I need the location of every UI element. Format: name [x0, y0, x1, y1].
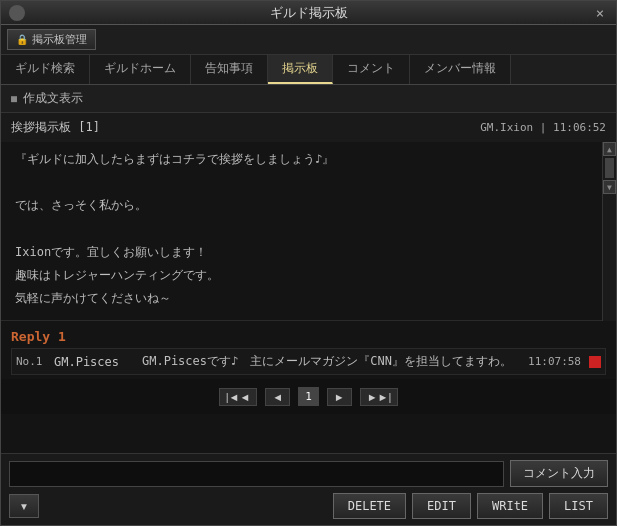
post-line-blank2	[15, 220, 584, 239]
manage-button[interactable]: 🔒 掲示板管理	[7, 29, 96, 50]
post-body-scroll: 『ギルドに加入したらまずはコチラで挨拶をしましょう♪』 では、さっそく私から。 …	[15, 150, 602, 308]
tab-guild-search[interactable]: ギルド検索	[1, 55, 90, 84]
comment-input-row: コメント入力	[9, 460, 608, 487]
post-scrollbar[interactable]: ▲ ▼	[602, 142, 616, 321]
close-button[interactable]: ×	[592, 5, 608, 21]
reply-timestamp: 11:07:58	[528, 355, 581, 368]
action-row: ▼ DELETE EDIT WRItE LIST	[9, 493, 608, 519]
tab-bulletin[interactable]: 掲示板	[268, 55, 333, 84]
lock-icon: 🔒	[16, 34, 28, 45]
manage-label: 掲示板管理	[32, 32, 87, 47]
tab-bar: ギルド検索 ギルドホーム 告知事項 掲示板 コメント メンバー情報	[1, 55, 616, 85]
comment-input[interactable]	[9, 461, 504, 487]
post-body: 『ギルドに加入したらまずはコチラで挨拶をしましょう♪』 では、さっそく私から。 …	[1, 142, 616, 321]
post-title: 挨拶掲示板 [1]	[11, 119, 100, 136]
post-timestamp: 11:06:52	[553, 121, 606, 134]
list-button[interactable]: LIST	[549, 493, 608, 519]
post-line-4: 趣味はトレジャーハンティングです。	[15, 266, 584, 285]
post-line-blank1	[15, 173, 584, 192]
last-page-btn[interactable]: ►►|	[360, 388, 399, 406]
tab-member-info[interactable]: メンバー情報	[410, 55, 511, 84]
main-window: ギルド掲示板 × 🔒 掲示板管理 ギルド検索 ギルドホーム 告知事項 掲示板 コ…	[0, 0, 617, 526]
reply-label: Reply 1	[11, 325, 606, 348]
post-meta: GM.Ixion | 11:06:52	[480, 121, 606, 134]
post-separator: |	[540, 121, 547, 134]
title-bar: ギルド掲示板 ×	[1, 1, 616, 25]
bottom-area: コメント入力 ▼ DELETE EDIT WRItE LIST	[1, 453, 616, 525]
reply-section: Reply 1 No.1 GM.Pisces GM.Piscesです♪ 主にメー…	[1, 321, 616, 379]
dropdown-arrow: ▼	[19, 501, 29, 512]
scroll-down-btn[interactable]: ▼	[603, 180, 616, 194]
post-line-2: では、さっそく私から。	[15, 196, 584, 215]
reply-author: GM.Pisces	[54, 355, 134, 369]
post-body-wrapper: 『ギルドに加入したらまずはコチラで挨拶をしましょう♪』 では、さっそく私から。 …	[1, 142, 616, 321]
section-icon: ■	[11, 93, 17, 104]
reply-text: GM.Piscesです♪ 主にメールマガジン『CNN』を担当してますわ。	[142, 353, 520, 370]
delete-button[interactable]: DELETE	[333, 493, 406, 519]
post-header: 挨拶掲示板 [1] GM.Ixion | 11:06:52	[1, 113, 616, 142]
write-button[interactable]: WRItE	[477, 493, 543, 519]
next-page-btn[interactable]: ►	[327, 388, 352, 406]
section-title: 作成文表示	[23, 90, 83, 107]
reply-item: No.1 GM.Pisces GM.Piscesです♪ 主にメールマガジン『CN…	[11, 348, 606, 375]
window-title: ギルド掲示板	[25, 4, 592, 22]
first-page-btn[interactable]: |◄◄	[219, 388, 258, 406]
post-author: GM.Ixion	[480, 121, 533, 134]
tab-guild-home[interactable]: ギルドホーム	[90, 55, 191, 84]
section-header: ■ 作成文表示	[1, 85, 616, 113]
post-line-3: Ixionです。宜しくお願いします！	[15, 243, 584, 262]
post-line-1: 『ギルドに加入したらまずはコチラで挨拶をしましょう♪』	[15, 150, 584, 169]
toolbar: 🔒 掲示板管理	[1, 25, 616, 55]
reply-flag-icon	[589, 356, 601, 368]
dropdown-button[interactable]: ▼	[9, 494, 39, 518]
scroll-up-btn[interactable]: ▲	[603, 142, 616, 156]
prev-page-btn[interactable]: ◄	[265, 388, 290, 406]
tab-comment[interactable]: コメント	[333, 55, 410, 84]
current-page: 1	[298, 387, 319, 406]
main-content: 挨拶掲示板 [1] GM.Ixion | 11:06:52 『ギルドに加入したら…	[1, 113, 616, 453]
edit-button[interactable]: EDIT	[412, 493, 471, 519]
comment-submit-button[interactable]: コメント入力	[510, 460, 608, 487]
tab-notice[interactable]: 告知事項	[191, 55, 268, 84]
pagination: |◄◄ ◄ 1 ► ►►|	[1, 379, 616, 414]
title-bar-icon	[9, 5, 25, 21]
scroll-thumb	[605, 158, 614, 178]
content-spacer	[1, 414, 616, 453]
reply-no: No.1	[16, 355, 46, 368]
post-line-5: 気軽に声かけてくださいね～	[15, 289, 584, 308]
